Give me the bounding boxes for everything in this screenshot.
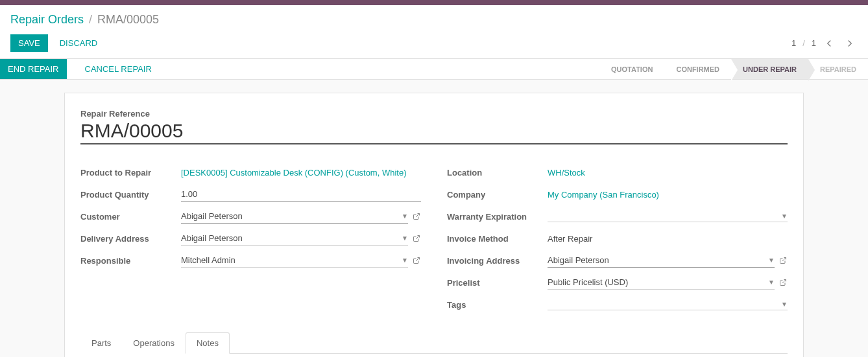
pager-prev-icon[interactable]: [821, 36, 837, 51]
delivery-label: Delivery Address: [80, 234, 181, 244]
app-top-bar: [0, 0, 868, 5]
product-qty-value-wrap: 1.00: [181, 187, 421, 202]
repair-reference-input[interactable]: [80, 120, 788, 143]
invoicing-addr-value-wrap: Abigail Peterson ▼: [548, 253, 788, 268]
warranty-value-wrap: ▼: [548, 211, 788, 222]
end-repair-button[interactable]: End Repair: [0, 59, 67, 79]
row-delivery-address: Delivery Address Abigail Peterson ▼: [80, 230, 421, 247]
action-buttons: End Repair Cancel Repair: [0, 59, 160, 79]
delivery-text: Abigail Peterson: [181, 233, 243, 243]
form-col-left: Product to Repair [DESK0005] Customizabl…: [80, 164, 421, 313]
pricelist-input[interactable]: Public Pricelist (USD) ▼: [548, 275, 775, 290]
row-product-qty: Product Quantity 1.00: [80, 186, 421, 203]
tab-notes[interactable]: Notes: [186, 332, 230, 354]
row-tags: Tags ▼: [447, 296, 788, 313]
responsible-value-wrap: Mitchell Admin ▼: [181, 253, 421, 268]
tab-parts[interactable]: Parts: [80, 332, 122, 354]
row-invoicing-address: Invoicing Address Abigail Peterson ▼: [447, 252, 788, 269]
chevron-down-icon[interactable]: ▼: [402, 213, 408, 220]
external-link-icon[interactable]: [778, 256, 788, 265]
product-qty-input[interactable]: 1.00: [181, 187, 421, 202]
row-responsible: Responsible Mitchell Admin ▼: [80, 252, 421, 269]
discard-button[interactable]: Discard: [58, 34, 99, 52]
invoice-method-value: After Repair: [548, 234, 788, 244]
responsible-label: Responsible: [80, 256, 181, 266]
repair-reference-wrap: [80, 120, 788, 144]
product-to-repair-label: Product to Repair: [80, 168, 181, 178]
chevron-down-icon[interactable]: ▼: [768, 279, 775, 286]
breadcrumb-current: RMA/00005: [97, 13, 159, 27]
tab-content-notes: Add internal notes.: [80, 354, 788, 357]
product-to-repair-value[interactable]: [DESK0005] Customizable Desk (CONFIG) (C…: [181, 168, 421, 178]
company-label: Company: [447, 190, 548, 200]
breadcrumb-separator: /: [89, 13, 92, 27]
header-row: Save Discard 1 / 1: [10, 30, 858, 58]
chevron-down-icon[interactable]: ▼: [402, 257, 408, 264]
chevron-down-icon[interactable]: ▼: [781, 301, 788, 308]
chevron-down-icon[interactable]: ▼: [768, 257, 775, 264]
responsible-input[interactable]: Mitchell Admin ▼: [181, 253, 408, 268]
pricelist-label: Pricelist: [447, 278, 548, 288]
svg-line-4: [782, 280, 786, 284]
customer-input[interactable]: Abigail Peterson ▼: [181, 209, 408, 224]
customer-value-wrap: Abigail Peterson ▼: [181, 209, 421, 224]
location-value[interactable]: WH/Stock: [548, 168, 788, 178]
svg-line-2: [416, 258, 420, 262]
invoicing-addr-input[interactable]: Abigail Peterson ▼: [548, 253, 775, 268]
delivery-value-wrap: Abigail Peterson ▼: [181, 231, 421, 246]
status-quotation[interactable]: Quotation: [599, 59, 664, 79]
status-repaired[interactable]: Repaired: [808, 59, 868, 79]
pager: 1 / 1: [791, 36, 858, 51]
svg-line-0: [416, 214, 420, 218]
tags-input[interactable]: ▼: [548, 299, 788, 310]
tabs: Parts Operations Notes: [80, 332, 788, 354]
header: Repair Orders / RMA/00005 Save Discard 1…: [0, 5, 868, 58]
repair-reference-label: Repair Reference: [80, 109, 788, 119]
status-under-repair[interactable]: Under Repair: [731, 59, 808, 79]
responsible-text: Mitchell Admin: [181, 255, 235, 265]
product-qty-label: Product Quantity: [80, 190, 181, 200]
external-link-icon[interactable]: [412, 256, 421, 265]
pricelist-text: Public Pricelist (USD): [548, 277, 628, 287]
company-value[interactable]: My Company (San Francisco): [548, 190, 788, 200]
save-button[interactable]: Save: [10, 34, 48, 52]
row-customer: Customer Abigail Peterson ▼: [80, 208, 421, 225]
tab-operations[interactable]: Operations: [122, 332, 186, 354]
invoice-method-label: Invoice Method: [447, 234, 548, 244]
chevron-down-icon[interactable]: ▼: [402, 235, 408, 242]
external-link-icon[interactable]: [412, 234, 421, 243]
breadcrumb: Repair Orders / RMA/00005: [10, 9, 858, 30]
chevron-down-icon[interactable]: ▼: [781, 213, 788, 220]
product-qty-text: 1.00: [181, 189, 197, 199]
invoicing-addr-text: Abigail Peterson: [548, 255, 609, 265]
breadcrumb-parent[interactable]: Repair Orders: [10, 13, 84, 27]
form-sheet: Repair Reference Product to Repair [DESK…: [64, 93, 804, 357]
external-link-icon[interactable]: [412, 212, 421, 221]
header-actions: Save Discard: [10, 34, 99, 52]
action-bar: End Repair Cancel Repair Quotation Confi…: [0, 58, 868, 80]
row-location: Location WH/Stock: [447, 164, 788, 181]
warranty-input[interactable]: ▼: [548, 211, 788, 222]
pricelist-value-wrap: Public Pricelist (USD) ▼: [548, 275, 788, 290]
row-invoice-method: Invoice Method After Repair: [447, 230, 788, 247]
svg-line-1: [416, 236, 420, 240]
row-company: Company My Company (San Francisco): [447, 186, 788, 203]
tags-label: Tags: [447, 300, 548, 310]
row-warranty: Warranty Expiration ▼: [447, 208, 788, 225]
customer-label: Customer: [80, 212, 181, 222]
pager-next-icon[interactable]: [842, 36, 858, 51]
delivery-input[interactable]: Abigail Peterson ▼: [181, 231, 408, 246]
pager-total: 1: [812, 38, 816, 48]
status-bar: Quotation Confirmed Under Repair Repaire…: [599, 59, 868, 79]
pager-sep: /: [802, 38, 805, 48]
row-pricelist: Pricelist Public Pricelist (USD) ▼: [447, 274, 788, 291]
form-col-right: Location WH/Stock Company My Company (Sa…: [447, 164, 788, 313]
svg-line-3: [782, 258, 786, 262]
invoicing-addr-label: Invoicing Address: [447, 256, 548, 266]
external-link-icon[interactable]: [778, 278, 788, 287]
tags-value-wrap: ▼: [548, 299, 788, 310]
row-product-to-repair: Product to Repair [DESK0005] Customizabl…: [80, 164, 421, 181]
status-confirmed[interactable]: Confirmed: [664, 59, 731, 79]
form-columns: Product to Repair [DESK0005] Customizabl…: [80, 164, 788, 313]
cancel-repair-button[interactable]: Cancel Repair: [77, 59, 160, 79]
